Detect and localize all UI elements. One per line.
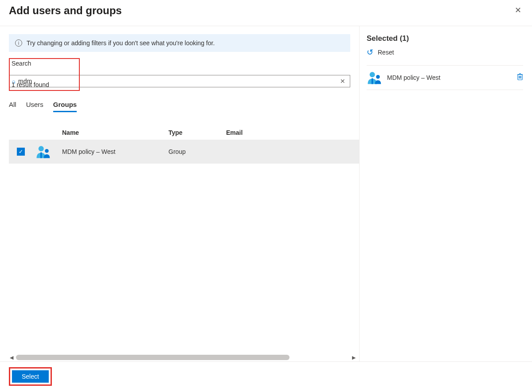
clear-search-button[interactable]: ✕	[338, 78, 347, 85]
info-banner: i Try changing or adding filters if you …	[9, 34, 350, 52]
column-name: Name	[62, 129, 168, 136]
selected-item-name: MDM policy – West	[387, 74, 517, 81]
tab-groups[interactable]: Groups	[53, 101, 77, 112]
select-button-highlight: Select	[9, 367, 52, 386]
selected-title: Selected (1)	[367, 34, 523, 43]
result-row[interactable]: ✓ MDM policy – West Group	[9, 140, 359, 164]
scroll-right-arrow[interactable]: ▶	[351, 355, 356, 361]
reset-icon: ↺	[367, 47, 373, 57]
search-highlight-region: Search 1 result found	[9, 58, 80, 91]
info-banner-text: Try changing or adding filters if you do…	[27, 39, 215, 47]
scroll-thumb[interactable]	[16, 355, 289, 360]
reset-button[interactable]: ↺ Reset	[367, 47, 523, 57]
row-checkbox[interactable]: ✓	[17, 148, 25, 156]
filter-tabs: All Users Groups	[9, 101, 359, 112]
svg-point-0	[39, 146, 44, 151]
group-icon	[35, 145, 62, 158]
selected-item: MDM policy – West	[367, 66, 523, 90]
column-email: Email	[226, 129, 359, 136]
column-type: Type	[168, 129, 226, 136]
reset-label: Reset	[378, 49, 394, 56]
scroll-left-arrow[interactable]: ◀	[9, 355, 14, 361]
horizontal-scrollbar[interactable]: ◀ ▶	[9, 353, 356, 361]
results-header: Name Type Email	[9, 125, 359, 140]
remove-selected-button[interactable]	[517, 73, 523, 82]
tab-users[interactable]: Users	[26, 101, 43, 112]
info-icon: i	[15, 39, 22, 47]
search-label: Search	[12, 60, 77, 67]
tab-all[interactable]: All	[9, 101, 16, 112]
svg-point-3	[376, 75, 380, 79]
row-name: MDM policy – West	[62, 148, 168, 155]
group-icon	[367, 71, 382, 84]
svg-point-2	[370, 72, 375, 77]
search-result-count: 1 result found	[12, 81, 77, 88]
row-type: Group	[168, 148, 226, 155]
page-title: Add users and groups	[9, 4, 122, 17]
close-button[interactable]: ✕	[513, 4, 523, 16]
select-button[interactable]: Select	[12, 370, 49, 383]
svg-point-1	[45, 149, 49, 153]
scroll-track[interactable]	[16, 355, 349, 360]
